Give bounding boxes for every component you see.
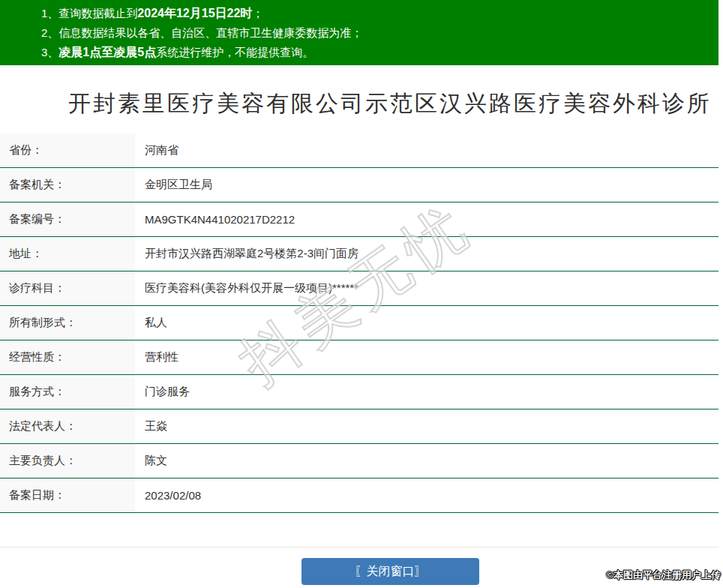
notice-number: 1、	[41, 7, 58, 20]
row-label: 省份：	[0, 134, 135, 167]
close-window-button[interactable]: 〖关闭窗口〗	[302, 558, 479, 585]
notice-text-bold: 2024年12月15日22时	[137, 7, 252, 20]
row-value: 医疗美容科(美容外科仅开展一级项目)******	[135, 272, 718, 305]
notice-text-post: ；	[252, 7, 263, 20]
row-label: 所有制形式：	[0, 306, 135, 340]
notice-number: 3、	[41, 46, 58, 58]
table-row: 地址： 开封市汉兴路西湖翠庭2号楼第2-3间门面房	[0, 237, 718, 272]
row-value: 河南省	[135, 134, 718, 167]
table-row: 诊疗科目： 医疗美容科(美容外科仅开展一级项目)******	[0, 272, 718, 306]
corner-watermark: ©本图由平台注册用户上传	[606, 568, 721, 582]
table-row: 服务方式： 门诊服务	[0, 375, 718, 410]
row-label: 备案编号：	[0, 202, 135, 236]
notice-line: 1、查询数据截止到2024年12月15日22时；	[41, 4, 718, 23]
row-label: 主要负责人：	[0, 444, 135, 478]
row-value: 开封市汉兴路西湖翠庭2号楼第2-3间门面房	[135, 237, 718, 271]
notice-line: 2、信息数据结果以各省、自治区、直辖市卫生健康委数据为准；	[41, 23, 718, 43]
table-row: 所有制形式： 私人	[0, 306, 718, 340]
row-value: 陈文	[135, 444, 718, 478]
table-row: 备案编号： MA9GTK4N441020217D2212	[0, 202, 718, 237]
row-value: MA9GTK4N441020217D2212	[135, 202, 718, 236]
notice-text-post: 系统进行维护，不能提供查询。	[156, 46, 314, 58]
record-table: 省份： 河南省 备案机关： 金明区卫生局 备案编号： MA9GTK4N44102…	[0, 134, 718, 513]
table-row: 法定代表人： 王焱	[0, 410, 718, 444]
notice-text-bold: 凌晨1点至凌晨5点	[58, 46, 156, 58]
footer-divider	[0, 547, 718, 548]
notice-line: 3、凌晨1点至凌晨5点系统进行维护，不能提供查询。	[41, 43, 718, 62]
row-value: 门诊服务	[135, 375, 718, 409]
row-label: 备案日期：	[0, 478, 135, 512]
row-label: 服务方式：	[0, 375, 135, 409]
row-value: 私人	[135, 306, 718, 340]
row-value: 金明区卫生局	[135, 168, 718, 202]
notice-bar: 1、查询数据截止到2024年12月15日22时； 2、信息数据结果以各省、自治区…	[0, 0, 718, 65]
row-value: 王焱	[135, 410, 718, 443]
table-row: 经营性质： 营利性	[0, 340, 718, 375]
row-label: 备案机关：	[0, 168, 135, 202]
row-value: 营利性	[135, 340, 718, 374]
row-label: 地址：	[0, 237, 135, 271]
row-value: 2023/02/08	[135, 478, 718, 512]
table-row: 备案日期： 2023/02/08	[0, 478, 718, 513]
table-row: 主要负责人： 陈文	[0, 444, 718, 478]
row-label: 经营性质：	[0, 340, 135, 374]
notice-text-pre: 查询数据截止到	[58, 7, 137, 20]
row-label: 诊疗科目：	[0, 272, 135, 305]
page-title: 开封素里医疗美容有限公司示范区汉兴路医疗美容外科诊所	[0, 88, 723, 119]
table-row: 省份： 河南省	[0, 134, 718, 168]
notice-text-pre: 信息数据结果以各省、自治区、直辖市卫生健康委数据为准；	[58, 26, 362, 39]
table-row: 备案机关： 金明区卫生局	[0, 168, 718, 202]
notice-number: 2、	[41, 26, 58, 39]
row-label: 法定代表人：	[0, 410, 135, 443]
